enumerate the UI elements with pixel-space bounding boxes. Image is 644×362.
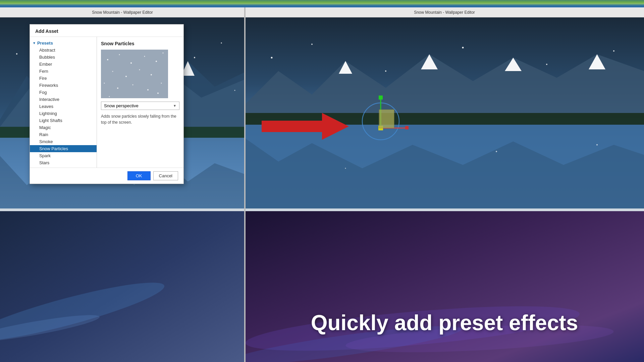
svg-point-36	[345, 168, 346, 169]
preview-description: Adds snow particles slowly falling from …	[101, 113, 179, 125]
svg-rect-44	[405, 126, 409, 129]
tree-item-smoke[interactable]: Smoke	[30, 138, 97, 145]
svg-marker-38	[262, 113, 349, 140]
tree-item-fog[interactable]: Fog	[30, 89, 97, 96]
tree-item-abstract[interactable]: Abstract	[30, 47, 97, 54]
tree-item-fire[interactable]: Fire	[30, 75, 97, 82]
svg-point-30	[311, 44, 313, 45]
svg-point-66	[132, 84, 133, 85]
top-decorative-bar	[0, 0, 644, 7]
dialog-title: Add Asset	[30, 24, 183, 37]
presets-arrow: ▼	[33, 41, 36, 45]
svg-rect-42	[379, 96, 383, 100]
presets-section-header[interactable]: ▼ Presets	[30, 40, 97, 47]
title-bar-right: Snow Mountain - Wallpaper Editor	[245, 7, 644, 17]
svg-point-59	[163, 53, 164, 54]
tree-item-magic[interactable]: Magic	[30, 124, 97, 131]
svg-point-31	[385, 70, 386, 72]
tree-item-spark[interactable]: Spark	[30, 152, 97, 159]
horizontal-divider	[0, 208, 644, 211]
tree-item-bubbles[interactable]: Bubbles	[30, 54, 97, 61]
large-caption-text: Quickly add preset effects	[311, 311, 578, 335]
title-right-text: Snow Mountain - Wallpaper Editor	[414, 10, 475, 15]
preview-panel: Snow Particles	[97, 37, 183, 168]
dialog-body: ▼ Presets Abstract Bubbles Ember Fern Fi…	[30, 37, 183, 168]
dropdown-arrow-icon: ▼	[173, 104, 176, 108]
svg-point-65	[117, 87, 118, 89]
svg-point-60	[112, 71, 113, 72]
cancel-button[interactable]: Cancel	[153, 171, 178, 180]
tree-item-lightning[interactable]: Lightning	[30, 110, 97, 117]
add-asset-dialog: Add Asset ▼ Presets Abstract Bubbles Emb…	[30, 24, 184, 184]
svg-point-29	[271, 57, 273, 59]
tree-panel: ▼ Presets Abstract Bubbles Ember Fern Fi…	[30, 37, 97, 168]
svg-point-62	[139, 69, 140, 70]
title-bar-left: Snow Mountain - Wallpaper Editor	[0, 7, 245, 17]
bottom-right-bg	[245, 211, 644, 362]
tree-item-fern[interactable]: Fern	[30, 68, 97, 75]
dialog-overlay: Add Asset ▼ Presets Abstract Bubbles Emb…	[0, 17, 245, 208]
tree-item-fireworks[interactable]: Fireworks	[30, 82, 97, 89]
svg-point-37	[596, 144, 598, 145]
svg-rect-53	[101, 50, 168, 98]
svg-rect-45	[379, 110, 394, 128]
svg-point-57	[144, 56, 145, 57]
preview-snow-svg	[101, 50, 168, 98]
svg-point-64	[104, 83, 105, 84]
dialog-footer: OK Cancel	[30, 168, 183, 184]
renderables-label: Renderables	[37, 167, 63, 168]
tree-item-stars[interactable]: Stars	[30, 159, 97, 166]
svg-point-69	[157, 93, 159, 94]
tree-item-leaves[interactable]: Leaves	[30, 103, 97, 110]
preset-dropdown-value: Snow perspective	[104, 103, 139, 108]
dropdown-row: Snow perspective ▼	[101, 102, 179, 110]
presets-label: Presets	[37, 41, 53, 46]
transform-gizmo	[352, 89, 409, 146]
svg-point-54	[107, 59, 108, 60]
bottom-left-bg	[0, 211, 245, 362]
svg-point-67	[147, 89, 149, 90]
renderables-section-header[interactable]: ▼ Renderables	[30, 166, 97, 168]
tree-item-interactive[interactable]: Interactive	[30, 96, 97, 103]
svg-point-68	[161, 83, 162, 84]
svg-point-63	[151, 74, 152, 75]
title-left-text: Snow Mountain - Wallpaper Editor	[92, 10, 153, 15]
svg-point-34	[613, 50, 614, 52]
svg-point-33	[546, 64, 547, 65]
bottom-left-panel	[0, 211, 245, 362]
preview-title: Snow Particles	[101, 41, 179, 46]
red-arrow-svg	[262, 111, 349, 141]
tree-item-ember[interactable]: Ember	[30, 61, 97, 68]
svg-point-32	[462, 47, 464, 49]
tree-item-rain[interactable]: Rain	[30, 131, 97, 138]
svg-point-56	[130, 62, 132, 64]
svg-point-70	[109, 96, 110, 97]
svg-point-35	[496, 151, 497, 152]
tree-item-snow-particles[interactable]: Snow Particles	[30, 145, 97, 152]
bg-right-wallpaper	[245, 17, 644, 208]
svg-point-61	[125, 76, 127, 77]
ok-button[interactable]: OK	[127, 171, 151, 180]
preview-image	[101, 50, 168, 98]
bottom-right-panel: Quickly add preset effects	[245, 211, 644, 362]
svg-point-55	[119, 54, 120, 55]
preset-dropdown[interactable]: Snow perspective ▼	[101, 102, 179, 110]
svg-point-58	[156, 61, 157, 62]
tree-item-light-shafts[interactable]: Light Shafts	[30, 117, 97, 124]
